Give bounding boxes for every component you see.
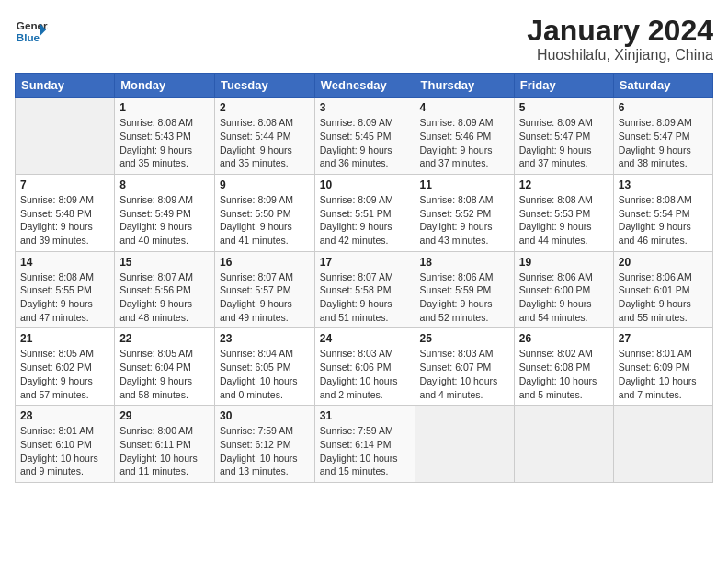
calendar-cell: 21Sunrise: 8:05 AMSunset: 6:02 PMDayligh… (16, 328, 115, 406)
calendar-week-3: 14Sunrise: 8:08 AMSunset: 5:55 PMDayligh… (16, 251, 713, 328)
day-number: 24 (320, 332, 410, 345)
day-number: 28 (20, 409, 109, 422)
day-number: 26 (519, 332, 609, 345)
day-info: Sunrise: 8:03 AMSunset: 6:07 PMDaylight:… (420, 347, 509, 401)
calendar-cell: 2Sunrise: 8:08 AMSunset: 5:44 PMDaylight… (214, 98, 314, 175)
calendar-cell: 17Sunrise: 8:07 AMSunset: 5:58 PMDayligh… (314, 251, 415, 328)
day-info: Sunrise: 8:09 AMSunset: 5:46 PMDaylight:… (420, 116, 509, 170)
day-info: Sunrise: 8:05 AMSunset: 6:04 PMDaylight:… (119, 347, 210, 401)
weekday-header-friday: Friday (514, 74, 613, 98)
day-number: 9 (220, 178, 310, 191)
svg-text:Blue: Blue (17, 31, 40, 43)
day-info: Sunrise: 8:06 AMSunset: 5:59 PMDaylight:… (420, 270, 509, 325)
day-number: 12 (519, 178, 609, 191)
title-block: January 2024 Huoshilafu, Xinjiang, China (527, 15, 713, 63)
calendar-cell: 8Sunrise: 8:09 AMSunset: 5:49 PMDaylight… (115, 174, 215, 251)
calendar-cell: 29Sunrise: 8:00 AMSunset: 6:11 PMDayligh… (115, 406, 215, 483)
weekday-header-monday: Monday (115, 74, 215, 98)
calendar-cell: 7Sunrise: 8:09 AMSunset: 5:48 PMDaylight… (16, 174, 115, 251)
day-info: Sunrise: 8:08 AMSunset: 5:43 PMDaylight:… (119, 116, 210, 170)
logo: General Blue (15, 15, 51, 48)
calendar-cell: 20Sunrise: 8:06 AMSunset: 6:01 PMDayligh… (613, 251, 712, 328)
day-number: 3 (320, 101, 410, 114)
calendar-cell: 13Sunrise: 8:08 AMSunset: 5:54 PMDayligh… (613, 174, 712, 251)
day-number: 10 (320, 178, 410, 191)
day-info: Sunrise: 8:07 AMSunset: 5:57 PMDaylight:… (220, 270, 310, 325)
calendar-cell (16, 98, 115, 175)
calendar-cell: 24Sunrise: 8:03 AMSunset: 6:06 PMDayligh… (314, 328, 415, 406)
day-info: Sunrise: 8:09 AMSunset: 5:47 PMDaylight:… (519, 116, 609, 170)
day-number: 6 (619, 101, 708, 114)
calendar-week-5: 28Sunrise: 8:01 AMSunset: 6:10 PMDayligh… (16, 406, 713, 483)
calendar-cell: 18Sunrise: 8:06 AMSunset: 5:59 PMDayligh… (415, 251, 514, 328)
day-number: 7 (20, 178, 109, 191)
weekday-header-thursday: Thursday (415, 74, 514, 98)
calendar-cell: 15Sunrise: 8:07 AMSunset: 5:56 PMDayligh… (115, 251, 215, 328)
calendar-cell: 11Sunrise: 8:08 AMSunset: 5:52 PMDayligh… (415, 174, 514, 251)
day-number: 11 (420, 178, 509, 191)
day-info: Sunrise: 8:00 AMSunset: 6:11 PMDaylight:… (119, 424, 210, 478)
day-number: 21 (20, 332, 109, 345)
day-info: Sunrise: 8:01 AMSunset: 6:10 PMDaylight:… (20, 424, 109, 478)
calendar-week-2: 7Sunrise: 8:09 AMSunset: 5:48 PMDaylight… (16, 174, 713, 251)
day-info: Sunrise: 8:08 AMSunset: 5:52 PMDaylight:… (420, 193, 509, 247)
day-info: Sunrise: 8:09 AMSunset: 5:50 PMDaylight:… (220, 193, 310, 247)
day-info: Sunrise: 8:08 AMSunset: 5:55 PMDaylight:… (20, 270, 109, 325)
calendar-cell: 23Sunrise: 8:04 AMSunset: 6:05 PMDayligh… (214, 328, 314, 406)
header: General Blue January 2024 Huoshilafu, Xi… (15, 15, 713, 63)
calendar-cell: 22Sunrise: 8:05 AMSunset: 6:04 PMDayligh… (115, 328, 215, 406)
calendar-cell: 4Sunrise: 8:09 AMSunset: 5:46 PMDaylight… (415, 98, 514, 175)
day-info: Sunrise: 8:02 AMSunset: 6:08 PMDaylight:… (519, 347, 609, 401)
day-info: Sunrise: 8:04 AMSunset: 6:05 PMDaylight:… (220, 347, 310, 401)
calendar-week-1: 1Sunrise: 8:08 AMSunset: 5:43 PMDaylight… (16, 98, 713, 175)
day-number: 5 (519, 101, 609, 114)
day-info: Sunrise: 8:07 AMSunset: 5:58 PMDaylight:… (320, 270, 410, 325)
day-number: 31 (320, 409, 410, 422)
day-info: Sunrise: 8:07 AMSunset: 5:56 PMDaylight:… (119, 270, 210, 325)
day-info: Sunrise: 8:06 AMSunset: 6:00 PMDaylight:… (519, 270, 609, 325)
day-info: Sunrise: 8:09 AMSunset: 5:47 PMDaylight:… (619, 116, 708, 170)
day-info: Sunrise: 8:09 AMSunset: 5:49 PMDaylight:… (119, 193, 210, 247)
day-number: 15 (119, 256, 210, 269)
day-number: 2 (220, 101, 310, 114)
calendar-cell: 30Sunrise: 7:59 AMSunset: 6:12 PMDayligh… (214, 406, 314, 483)
calendar-cell: 5Sunrise: 8:09 AMSunset: 5:47 PMDaylight… (514, 98, 613, 175)
day-info: Sunrise: 8:06 AMSunset: 6:01 PMDaylight:… (619, 270, 708, 325)
calendar-body: 1Sunrise: 8:08 AMSunset: 5:43 PMDaylight… (16, 98, 713, 483)
day-number: 27 (619, 332, 708, 345)
day-info: Sunrise: 8:05 AMSunset: 6:02 PMDaylight:… (20, 347, 109, 401)
day-info: Sunrise: 8:09 AMSunset: 5:45 PMDaylight:… (320, 116, 410, 170)
calendar-cell: 12Sunrise: 8:08 AMSunset: 5:53 PMDayligh… (514, 174, 613, 251)
calendar-week-4: 21Sunrise: 8:05 AMSunset: 6:02 PMDayligh… (16, 328, 713, 406)
day-info: Sunrise: 8:01 AMSunset: 6:09 PMDaylight:… (619, 347, 708, 401)
day-number: 17 (320, 256, 410, 269)
weekday-header-tuesday: Tuesday (214, 74, 314, 98)
calendar-cell: 6Sunrise: 8:09 AMSunset: 5:47 PMDaylight… (613, 98, 712, 175)
day-info: Sunrise: 8:09 AMSunset: 5:48 PMDaylight:… (20, 193, 109, 247)
day-number: 23 (220, 332, 310, 345)
calendar-cell: 14Sunrise: 8:08 AMSunset: 5:55 PMDayligh… (16, 251, 115, 328)
calendar-cell: 28Sunrise: 8:01 AMSunset: 6:10 PMDayligh… (16, 406, 115, 483)
calendar-cell (613, 406, 712, 483)
logo-icon: General Blue (15, 15, 48, 48)
calendar-header: SundayMondayTuesdayWednesdayThursdayFrid… (16, 74, 713, 98)
day-info: Sunrise: 8:03 AMSunset: 6:06 PMDaylight:… (320, 347, 410, 401)
day-number: 29 (119, 409, 210, 422)
calendar-cell: 9Sunrise: 8:09 AMSunset: 5:50 PMDaylight… (214, 174, 314, 251)
weekday-header-sunday: Sunday (16, 74, 115, 98)
day-number: 22 (119, 332, 210, 345)
calendar-cell: 3Sunrise: 8:09 AMSunset: 5:45 PMDaylight… (314, 98, 415, 175)
day-number: 13 (619, 178, 708, 191)
weekday-header-saturday: Saturday (613, 74, 712, 98)
calendar-cell: 26Sunrise: 8:02 AMSunset: 6:08 PMDayligh… (514, 328, 613, 406)
day-number: 8 (119, 178, 210, 191)
day-number: 25 (420, 332, 509, 345)
day-number: 20 (619, 256, 708, 269)
day-number: 4 (420, 101, 509, 114)
page-subtitle: Huoshilafu, Xinjiang, China (527, 47, 713, 63)
day-info: Sunrise: 8:08 AMSunset: 5:53 PMDaylight:… (519, 193, 609, 247)
day-number: 18 (420, 256, 509, 269)
calendar-cell: 31Sunrise: 7:59 AMSunset: 6:14 PMDayligh… (314, 406, 415, 483)
day-info: Sunrise: 8:09 AMSunset: 5:51 PMDaylight:… (320, 193, 410, 247)
day-info: Sunrise: 7:59 AMSunset: 6:14 PMDaylight:… (320, 424, 410, 478)
